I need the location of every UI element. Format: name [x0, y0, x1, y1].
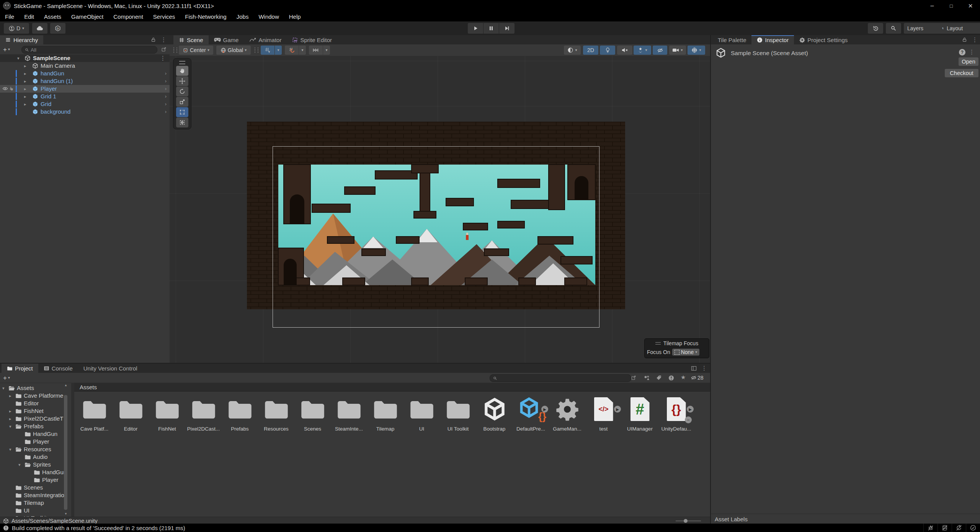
- grid-snapping-button[interactable]: [285, 46, 299, 55]
- tree-item-tilemap[interactable]: Tilemap: [0, 499, 68, 507]
- menu-assets[interactable]: Assets: [39, 11, 66, 21]
- expand-arrow-icon[interactable]: ▾: [2, 384, 5, 392]
- row-chevron-icon[interactable]: ›: [165, 93, 167, 100]
- scene-lighting-toggle[interactable]: [600, 46, 615, 55]
- snap-increment-button[interactable]: [309, 46, 323, 55]
- hierarchy-row-handgun[interactable]: ▸handGun›: [0, 70, 170, 77]
- create-asset-button[interactable]: +▾: [3, 373, 10, 383]
- lock-icon[interactable]: [151, 37, 156, 42]
- scale-tool[interactable]: [176, 97, 188, 107]
- picker-icon[interactable]: [631, 375, 636, 380]
- shading-mode-dropdown[interactable]: ▾: [564, 46, 581, 55]
- tab-unity-version-control[interactable]: Unity Version Control: [78, 364, 143, 373]
- scroll-up-icon[interactable]: ▲: [64, 383, 67, 387]
- label-tag-icon[interactable]: [656, 375, 662, 380]
- pick-hand-icon[interactable]: [9, 86, 14, 91]
- tree-item-assets[interactable]: ▾Assets: [0, 384, 68, 392]
- grid-snapping-dropdown[interactable]: ▾: [299, 46, 306, 55]
- asset-item-ui-toolkit[interactable]: UI Toolkit: [442, 394, 474, 432]
- hierarchy-row-samplescene[interactable]: ▾SampleScene⋮: [0, 54, 170, 62]
- gizmos-dropdown[interactable]: ▾: [688, 46, 705, 55]
- menu-file[interactable]: File: [0, 11, 19, 21]
- tree-item-scenes[interactable]: Scenes: [0, 484, 68, 491]
- kebab-menu-icon[interactable]: ⋮: [161, 36, 167, 43]
- pause-button[interactable]: [483, 23, 499, 34]
- auto-refresh-status-icon[interactable]: [952, 524, 966, 532]
- tree-item-prefabs[interactable]: ▾Prefabs: [0, 423, 68, 430]
- tab-inspector[interactable]: Inspector: [751, 35, 794, 44]
- search-button[interactable]: [886, 23, 901, 34]
- hierarchy-row-background[interactable]: background›: [0, 108, 170, 116]
- close-button[interactable]: ×: [961, 0, 980, 11]
- tree-item-fishnet[interactable]: ▸FishNet: [0, 407, 68, 415]
- layout-dropdown[interactable]: Layout ▾: [943, 23, 980, 34]
- rect-tool[interactable]: [176, 107, 188, 117]
- asset-item-pixel2dcast[interactable]: Pixel2DCast...: [187, 394, 220, 432]
- type-filter-icon[interactable]: [644, 375, 650, 380]
- expand-arrow-icon[interactable]: ▾: [9, 446, 11, 453]
- tab-project[interactable]: Project: [2, 364, 38, 373]
- drag-handle[interactable]: [173, 47, 177, 53]
- expand-arrow-icon[interactable]: ▾: [9, 423, 11, 430]
- asset-item-cave-platf[interactable]: Cave Platf...: [78, 394, 111, 432]
- create-object-button[interactable]: +▾: [3, 44, 10, 54]
- drag-handle[interactable]: [179, 61, 185, 64]
- move-tool[interactable]: [176, 76, 188, 86]
- kebab-menu-icon[interactable]: ⋮: [701, 365, 707, 372]
- expand-arrow-icon[interactable]: ▸: [24, 77, 26, 85]
- menu-services[interactable]: Services: [148, 11, 180, 21]
- menu-help[interactable]: Help: [284, 11, 306, 21]
- expand-subassets-icon[interactable]: ▶: [541, 406, 548, 413]
- row-chevron-icon[interactable]: ›: [165, 77, 167, 85]
- expand-subassets-icon[interactable]: ▶: [687, 406, 694, 413]
- asset-item-unitydefau[interactable]: {}▶−UnityDefau...: [660, 394, 693, 432]
- menu-fish-networking[interactable]: Fish-Networking: [180, 11, 231, 21]
- scene-viewport[interactable]: [170, 56, 710, 363]
- expand-arrow-icon[interactable]: ▸: [9, 415, 11, 423]
- expand-arrow-icon[interactable]: ▸: [24, 70, 26, 77]
- focus-on-dropdown[interactable]: None ▾: [672, 349, 700, 356]
- grid-visibility-dropdown[interactable]: ▾: [275, 46, 282, 55]
- camera-settings-dropdown[interactable]: ▾: [669, 46, 686, 55]
- checkout-button[interactable]: Checkout: [945, 69, 978, 77]
- asset-item-test[interactable]: </>▶test: [587, 394, 620, 432]
- row-chevron-icon[interactable]: ›: [165, 85, 167, 93]
- expand-arrow-icon[interactable]: ▸: [24, 93, 26, 100]
- tree-item-audio[interactable]: Audio: [0, 453, 68, 461]
- expand-arrow-icon[interactable]: ▸: [24, 62, 26, 70]
- hierarchy-row-main-camera[interactable]: ▸Main Camera: [0, 62, 170, 70]
- row-chevron-icon[interactable]: ›: [165, 100, 167, 108]
- layers-dropdown[interactable]: Layers ▾: [904, 23, 947, 34]
- hierarchy-row-grid[interactable]: ▸Grid›: [0, 100, 170, 108]
- tree-item-player[interactable]: Player: [0, 438, 68, 446]
- debugger-status-icon[interactable]: [923, 524, 938, 532]
- expand-arrow-icon[interactable]: ▾: [18, 461, 21, 468]
- activity-ok-icon[interactable]: [966, 524, 980, 532]
- open-button[interactable]: Open: [959, 57, 978, 66]
- tab-scene[interactable]: Scene: [173, 35, 209, 44]
- hierarchy-row-handgun-1[interactable]: ▸handGun (1)›: [0, 77, 170, 85]
- project-search-input[interactable]: [490, 374, 631, 382]
- tree-item-sprites[interactable]: ▾Sprites: [0, 461, 68, 468]
- eye-icon[interactable]: [2, 86, 8, 91]
- row-chevron-icon[interactable]: ›: [165, 70, 167, 77]
- version-control-button[interactable]: D: [50, 23, 65, 34]
- tree-item-player[interactable]: Player: [0, 476, 68, 484]
- asset-item-ui[interactable]: UI: [405, 394, 438, 432]
- status-info-icon[interactable]: [3, 525, 9, 531]
- menu-window[interactable]: Window: [253, 11, 284, 21]
- expand-arrow-icon[interactable]: ▸: [9, 392, 11, 400]
- view-hand-tool[interactable]: [176, 66, 188, 76]
- tree-item-cave-platforme[interactable]: ▸Cave Platforme: [0, 392, 68, 400]
- scroll-down-icon[interactable]: ▼: [64, 512, 67, 516]
- asset-labels-section[interactable]: Asset Labels: [711, 514, 980, 524]
- asset-item-prefabs[interactable]: Prefabs: [224, 394, 256, 432]
- step-button[interactable]: [499, 23, 514, 34]
- asset-item-gameman[interactable]: GameMan...: [551, 394, 583, 432]
- kebab-menu-icon[interactable]: ⋮: [160, 54, 166, 62]
- zoom-slider-thumb[interactable]: [684, 519, 688, 523]
- hierarchy-search-input[interactable]: All: [21, 46, 157, 54]
- hierarchy-row-grid-1[interactable]: ▸Grid 1›: [0, 93, 170, 100]
- favorites-star-icon[interactable]: ★: [681, 374, 686, 381]
- expand-arrow-icon[interactable]: ▾: [17, 54, 20, 62]
